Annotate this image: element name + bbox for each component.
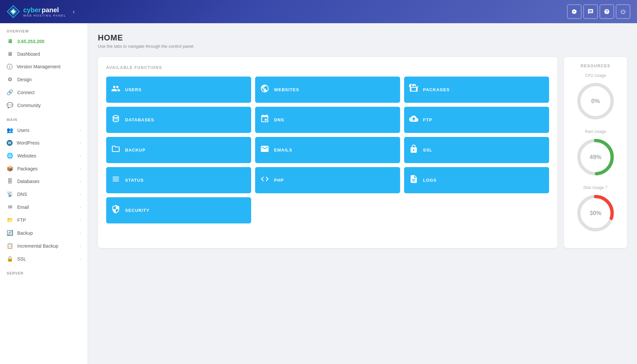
sidebar-item-ip[interactable]: 🖥 3.65.253.200 bbox=[0, 35, 88, 48]
func-databases[interactable]: DATABASES bbox=[106, 107, 251, 133]
sidebar-item-users[interactable]: 👥 Users › bbox=[0, 124, 88, 137]
sidebar-item-label: Databases bbox=[17, 179, 76, 184]
func-status[interactable]: STATUS bbox=[106, 167, 251, 193]
ssl-icon: 🔒 bbox=[7, 256, 13, 262]
sidebar-item-wordpress[interactable]: W WordPress › bbox=[0, 137, 88, 149]
func-emails[interactable]: EMAILS bbox=[255, 137, 400, 163]
sidebar-item-databases[interactable]: 🗄 Databases › bbox=[0, 175, 88, 188]
security-func-label: SECURITY bbox=[125, 208, 150, 213]
sidebar-item-incremental-backup[interactable]: 📋 Incremental Backup › bbox=[0, 239, 88, 252]
main-content: HOME Use the tabs to navigate through th… bbox=[88, 23, 637, 364]
functions-title: AVAILABLE FUNCTIONS bbox=[106, 65, 549, 70]
func-users[interactable]: USERS bbox=[106, 77, 251, 103]
func-ftp[interactable]: FTP bbox=[404, 107, 549, 133]
functions-card: AVAILABLE FUNCTIONS USERS WEBSITES bbox=[98, 57, 557, 248]
sidebar-item-label: WordPress bbox=[17, 140, 76, 146]
websites-func-icon bbox=[260, 84, 269, 95]
func-dns[interactable]: DNS bbox=[255, 107, 400, 133]
sidebar: OVERVIEW 🖥 3.65.253.200 🖥 Dashboard i Ve… bbox=[0, 23, 88, 364]
sidebar-item-ssl[interactable]: 🔒 SSL › bbox=[0, 252, 88, 265]
sidebar-item-label: Incremental Backup bbox=[17, 243, 76, 249]
logs-func-icon bbox=[409, 174, 418, 186]
logs-func-label: LOGS bbox=[423, 178, 437, 183]
sidebar-item-websites[interactable]: 🌐 Websites › bbox=[0, 149, 88, 162]
sidebar-toggle[interactable]: ‹ bbox=[73, 8, 75, 15]
page-subtitle: Use the tabs to navigate through the con… bbox=[98, 44, 627, 49]
youtube-icon bbox=[571, 9, 577, 15]
chevron-right-icon: › bbox=[80, 154, 81, 158]
backup-func-label: BACKUP bbox=[125, 148, 146, 152]
ip-address: 3.65.253.200 bbox=[17, 39, 81, 44]
youtube-button[interactable] bbox=[567, 4, 582, 19]
sidebar-item-backup[interactable]: 🔄 Backup › bbox=[0, 226, 88, 239]
databases-func-icon bbox=[111, 114, 120, 126]
users-func-icon bbox=[111, 84, 120, 95]
func-ssl[interactable]: SSL bbox=[404, 137, 549, 163]
sidebar-item-ftp[interactable]: 📁 FTP › bbox=[0, 213, 88, 226]
ssl-func-label: SSL bbox=[423, 148, 432, 152]
sidebar-item-packages[interactable]: 📦 Packages › bbox=[0, 162, 88, 175]
sidebar-item-dns[interactable]: 📡 DNS › bbox=[0, 188, 88, 201]
ram-usage-value: 49% bbox=[590, 154, 602, 161]
power-button[interactable] bbox=[616, 4, 630, 19]
logo: cyber panel WEB HOSTING PANEL bbox=[7, 5, 66, 18]
resources-title: RESOURCES bbox=[569, 64, 622, 68]
power-icon bbox=[620, 9, 626, 15]
emails-func-label: EMAILS bbox=[274, 148, 292, 152]
status-func-icon bbox=[111, 174, 120, 186]
chevron-right-icon: › bbox=[80, 257, 81, 261]
disk-usage-item: Disk Usage '/' 30% bbox=[569, 185, 622, 233]
sidebar-item-label: SSL bbox=[17, 256, 76, 262]
monitor-icon: 🖥 bbox=[7, 38, 13, 44]
overview-section-label: OVERVIEW bbox=[0, 23, 88, 35]
chat-button[interactable] bbox=[583, 4, 598, 19]
sidebar-item-dashboard[interactable]: 🖥 Dashboard bbox=[0, 48, 88, 60]
sidebar-item-version-management[interactable]: i Version Management bbox=[0, 60, 88, 73]
cpu-usage-item: CPU Usage 0% bbox=[569, 73, 622, 121]
sidebar-item-connect[interactable]: 🔗 Connect bbox=[0, 86, 88, 99]
sidebar-item-label: Backup bbox=[17, 230, 76, 236]
func-php[interactable]: PHP bbox=[255, 167, 400, 193]
disk-donut: 30% bbox=[576, 193, 615, 233]
chevron-right-icon: › bbox=[80, 231, 81, 235]
info-icon: i bbox=[7, 64, 13, 70]
func-packages[interactable]: PACKAGES bbox=[404, 77, 549, 103]
page-title: HOME bbox=[98, 33, 627, 42]
ftp-icon: 📁 bbox=[7, 217, 13, 223]
backup-func-icon bbox=[111, 144, 120, 156]
chevron-right-icon: › bbox=[80, 179, 81, 183]
php-func-label: PHP bbox=[274, 178, 284, 183]
design-icon: ⚙ bbox=[7, 76, 13, 83]
sidebar-item-email[interactable]: ✉ Email › bbox=[0, 201, 88, 213]
support-icon bbox=[604, 9, 610, 15]
content-row: AVAILABLE FUNCTIONS USERS WEBSITES bbox=[98, 57, 627, 248]
packages-icon: 📦 bbox=[7, 165, 13, 172]
server-section-label: SERVER bbox=[0, 265, 88, 277]
support-button[interactable] bbox=[600, 4, 614, 19]
sidebar-item-label: Version Management bbox=[17, 64, 81, 69]
disk-usage-value: 30% bbox=[590, 210, 602, 217]
ram-usage-label: Ram Usage bbox=[569, 129, 622, 134]
func-logs[interactable]: LOGS bbox=[404, 167, 549, 193]
sidebar-item-community[interactable]: 💬 Community bbox=[0, 99, 88, 112]
layout: OVERVIEW 🖥 3.65.253.200 🖥 Dashboard i Ve… bbox=[0, 23, 637, 364]
chevron-right-icon: › bbox=[80, 218, 81, 222]
main-section-label: MAIN bbox=[0, 112, 88, 124]
chat-icon bbox=[588, 9, 594, 15]
packages-func-label: PACKAGES bbox=[423, 87, 450, 92]
func-security[interactable]: SECURITY bbox=[106, 197, 251, 223]
func-websites[interactable]: WEBSITES bbox=[255, 77, 400, 103]
emails-func-icon bbox=[260, 144, 269, 156]
sidebar-item-label: Community bbox=[17, 103, 81, 108]
resources-panel: RESOURCES CPU Usage 0% Ram Usage bbox=[564, 57, 627, 248]
incremental-backup-icon: 📋 bbox=[7, 243, 13, 249]
databases-func-label: DATABASES bbox=[125, 117, 154, 122]
chevron-right-icon: › bbox=[80, 205, 81, 209]
func-backup[interactable]: BACKUP bbox=[106, 137, 251, 163]
sidebar-item-design[interactable]: ⚙ Design bbox=[0, 73, 88, 86]
cpu-usage-value: 0% bbox=[591, 98, 600, 105]
cpu-usage-label: CPU Usage bbox=[569, 73, 622, 78]
dns-icon: 📡 bbox=[7, 191, 13, 197]
chevron-right-icon: › bbox=[80, 167, 81, 171]
header-actions bbox=[567, 4, 630, 19]
